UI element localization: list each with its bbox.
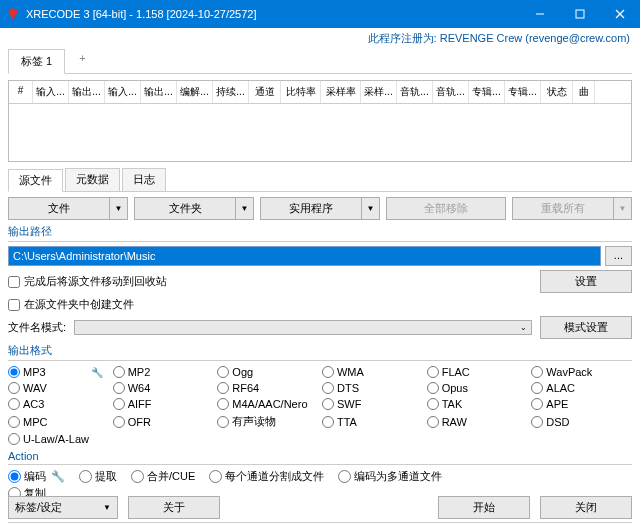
minimize-button[interactable] <box>520 0 560 28</box>
fmt-mp2[interactable]: MP2 <box>113 365 214 379</box>
recycle-checkbox[interactable]: 完成后将源文件移动到回收站 <box>8 274 532 289</box>
fmt-dsd[interactable]: DSD <box>531 413 632 430</box>
action-mergecue[interactable]: 合并/CUE <box>131 469 195 484</box>
fmt-ofr[interactable]: OFR <box>113 413 214 430</box>
file-button[interactable]: 文件▼ <box>8 197 128 220</box>
svg-rect-1 <box>576 10 584 18</box>
utils-button[interactable]: 实用程序▼ <box>260 197 380 220</box>
start-button[interactable]: 开始 <box>438 496 530 519</box>
fmt-ac3[interactable]: AC3 <box>8 397 109 411</box>
fmt-wma[interactable]: WMA <box>322 365 423 379</box>
col-in[interactable]: 输入... <box>33 81 69 103</box>
fmt-tak[interactable]: TAK <box>427 397 528 411</box>
fmt-dts[interactable]: DTS <box>322 381 423 395</box>
chevron-down-icon: ▼ <box>613 198 631 219</box>
close-button[interactable] <box>600 0 640 28</box>
fmt-swf[interactable]: SWF <box>322 397 423 411</box>
col-status[interactable]: 状态 <box>541 81 573 103</box>
action-splitperch[interactable]: 每个通道分割成文件 <box>209 469 324 484</box>
reset-all-button[interactable]: 重载所有▼ <box>512 197 632 220</box>
fmt-aiff[interactable]: AIFF <box>113 397 214 411</box>
fmt-raw[interactable]: RAW <box>427 413 528 430</box>
chevron-down-icon: ▼ <box>235 198 253 219</box>
registration-info: 此程序注册为: REVENGE Crew (revenge@crew.com) <box>0 28 640 46</box>
subtab-log[interactable]: 日志 <box>122 168 166 191</box>
col-index[interactable]: # <box>9 81 33 103</box>
wrench-icon[interactable]: 🔧 <box>51 470 65 483</box>
col-channels[interactable]: 通道 <box>249 81 281 103</box>
settings-button[interactable]: 设置 <box>540 270 632 293</box>
fmt-rf64[interactable]: RF64 <box>217 381 318 395</box>
close-app-button[interactable]: 关闭 <box>540 496 632 519</box>
filename-pattern-combo[interactable]: ⌄ <box>74 320 532 335</box>
browse-button[interactable]: ... <box>605 246 632 266</box>
col-track[interactable]: 音轨... <box>397 81 433 103</box>
action-encmulti[interactable]: 编码为多通道文件 <box>338 469 442 484</box>
col-out2[interactable]: 输出... <box>141 81 177 103</box>
about-button[interactable]: 关于 <box>128 496 220 519</box>
col-bitrate[interactable]: 比特率 <box>281 81 321 103</box>
action-extract[interactable]: 提取 <box>79 469 117 484</box>
chevron-down-icon: ▼ <box>109 198 127 219</box>
output-format-title: 输出格式 <box>8 343 632 358</box>
action-encode[interactable]: 编码🔧 <box>8 469 65 484</box>
wrench-icon[interactable]: 🔧 <box>91 367 109 378</box>
file-grid[interactable]: # 输入... 输出... 输入... 输出... 编解... 持续... 通道… <box>8 80 632 162</box>
fmt-mpc[interactable]: MPC <box>8 413 109 430</box>
fmt-wavpack[interactable]: WavPack <box>531 365 632 379</box>
labels-settings-combo[interactable]: 标签/设定▼ <box>8 496 118 519</box>
fmt-ape[interactable]: APE <box>531 397 632 411</box>
fmt-opus[interactable]: Opus <box>427 381 528 395</box>
fmt-tta[interactable]: TTA <box>322 413 423 430</box>
col-album[interactable]: 专辑... <box>469 81 505 103</box>
col-in2[interactable]: 输入... <box>105 81 141 103</box>
tab-add[interactable]: + <box>65 48 99 73</box>
chevron-down-icon: ▼ <box>361 198 379 219</box>
fmt-ulaw[interactable]: U-Law/A-Law <box>8 432 109 446</box>
filename-pattern-label: 文件名模式: <box>8 320 66 335</box>
maximize-button[interactable] <box>560 0 600 28</box>
remove-all-button[interactable]: 全部移除 <box>386 197 506 220</box>
chevron-down-icon: ⌄ <box>520 323 527 332</box>
col-sample[interactable]: 采样... <box>361 81 397 103</box>
fmt-audiobook[interactable]: 有声读物 <box>217 413 318 430</box>
col-codec[interactable]: 编解... <box>177 81 213 103</box>
file-grid-header: # 输入... 输出... 输入... 输出... 编解... 持续... 通道… <box>9 81 631 104</box>
window-title: XRECODE 3 [64-bit] - 1.158 [2024-10-27/2… <box>26 8 520 20</box>
fmt-flac[interactable]: FLAC <box>427 365 528 379</box>
col-duration[interactable]: 持续... <box>213 81 249 103</box>
output-path-title: 输出路径 <box>8 224 632 239</box>
col-samplerate[interactable]: 采样率 <box>321 81 361 103</box>
col-album2[interactable]: 专辑... <box>505 81 541 103</box>
action-title: Action <box>8 450 632 462</box>
pattern-settings-button[interactable]: 模式设置 <box>540 316 632 339</box>
create-in-source-checkbox[interactable]: 在源文件夹中创建文件 <box>8 297 632 312</box>
output-path-input[interactable]: C:\Users\Administrator\Music <box>8 246 601 266</box>
fmt-wav[interactable]: WAV <box>8 381 109 395</box>
subtab-source[interactable]: 源文件 <box>8 169 63 192</box>
col-out[interactable]: 输出... <box>69 81 105 103</box>
fmt-m4a[interactable]: M4A/AAC/Nero <box>217 397 318 411</box>
app-logo <box>6 7 20 21</box>
tab-1[interactable]: 标签 1 <box>8 49 65 74</box>
fmt-alac[interactable]: ALAC <box>531 381 632 395</box>
fmt-w64[interactable]: W64 <box>113 381 214 395</box>
folder-button[interactable]: 文件夹▼ <box>134 197 254 220</box>
fmt-mp3[interactable]: MP3🔧 <box>8 365 109 379</box>
fmt-ogg[interactable]: Ogg <box>217 365 318 379</box>
subtab-metadata[interactable]: 元数据 <box>65 168 120 191</box>
chevron-down-icon: ▼ <box>103 503 111 512</box>
col-track2[interactable]: 音轨... <box>433 81 469 103</box>
col-song[interactable]: 曲 <box>573 81 595 103</box>
